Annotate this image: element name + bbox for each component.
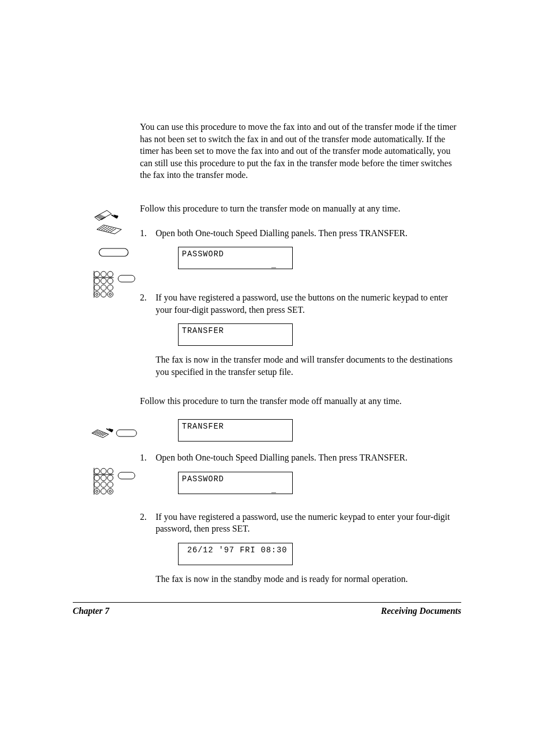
svg-point-17 bbox=[101, 271, 106, 277]
step-number: 1. bbox=[140, 452, 147, 464]
svg-rect-15 bbox=[99, 248, 128, 256]
svg-rect-58 bbox=[118, 472, 135, 479]
svg-point-21 bbox=[107, 278, 113, 284]
svg-point-49 bbox=[101, 482, 106, 487]
keypad-set-icon bbox=[92, 269, 137, 304]
step-number: 1. bbox=[140, 227, 147, 240]
svg-point-22 bbox=[94, 285, 100, 290]
svg-rect-32 bbox=[118, 275, 135, 282]
svg-point-55 bbox=[109, 490, 111, 492]
step-result: The fax is now in the transfer mode and … bbox=[156, 354, 461, 378]
panel-open-icon bbox=[92, 207, 126, 237]
page-footer: Chapter 7 Receiving Documents bbox=[73, 602, 461, 616]
keypad-set-icon-2 bbox=[92, 466, 137, 501]
intro-paragraph: You can use this procedure to move the f… bbox=[140, 121, 461, 181]
page: You can use this procedure to move the f… bbox=[0, 0, 534, 756]
lcd-display: TRANSFER bbox=[178, 419, 293, 442]
footer-title: Receiving Documents bbox=[381, 606, 461, 616]
svg-point-28 bbox=[96, 293, 98, 295]
svg-point-29 bbox=[109, 293, 111, 295]
svg-point-52 bbox=[101, 489, 106, 494]
lcd-display: PASSWORD _ bbox=[178, 472, 293, 494]
lcd-display: 26/12 '97 FRI 08:30 bbox=[178, 543, 293, 565]
svg-point-20 bbox=[101, 278, 106, 284]
on-step-2: 2. If you have registered a password, us… bbox=[140, 292, 461, 378]
section-off-intro: Follow this procedure to turn the transf… bbox=[140, 395, 461, 407]
svg-point-23 bbox=[101, 285, 106, 290]
svg-point-51 bbox=[94, 489, 100, 494]
svg-point-48 bbox=[94, 482, 100, 487]
section-on-intro: Follow this procedure to turn the transf… bbox=[140, 203, 461, 215]
on-step-1: 1. Open both One-touch Speed Dialling pa… bbox=[140, 227, 461, 270]
footer-chapter: Chapter 7 bbox=[73, 606, 109, 616]
svg-point-25 bbox=[94, 292, 100, 297]
step-text: If you have registered a password, use t… bbox=[156, 293, 448, 314]
svg-point-26 bbox=[101, 292, 106, 297]
transfer-button-icon bbox=[98, 246, 132, 262]
svg-point-16 bbox=[94, 271, 100, 277]
svg-point-45 bbox=[94, 475, 100, 481]
svg-point-18 bbox=[107, 271, 113, 277]
panel-open-transfer-icon bbox=[90, 422, 140, 449]
step-text: Open both One-touch Speed Dialling panel… bbox=[156, 228, 407, 238]
svg-point-27 bbox=[107, 292, 113, 297]
step-result: The fax is now in the standby mode and i… bbox=[156, 573, 461, 585]
step-number: 2. bbox=[140, 511, 147, 523]
step-text: If you have registered a password, use t… bbox=[156, 512, 450, 534]
step-text: Open both One-touch Speed Dialling panel… bbox=[156, 453, 407, 462]
svg-point-43 bbox=[101, 468, 106, 474]
svg-point-54 bbox=[96, 490, 98, 492]
svg-point-19 bbox=[94, 278, 100, 284]
svg-point-46 bbox=[101, 475, 106, 481]
svg-rect-41 bbox=[116, 430, 137, 436]
svg-marker-0 bbox=[97, 225, 121, 234]
svg-point-44 bbox=[107, 468, 113, 474]
lcd-display: PASSWORD _ bbox=[178, 247, 293, 269]
svg-point-53 bbox=[107, 489, 113, 494]
content-column: You can use this procedure to move the f… bbox=[140, 121, 461, 585]
footer-rule bbox=[73, 602, 461, 603]
off-step-1: 1. Open both One-touch Speed Dialling pa… bbox=[140, 452, 461, 494]
step-number: 2. bbox=[140, 292, 147, 304]
svg-point-50 bbox=[107, 482, 113, 487]
svg-point-24 bbox=[107, 285, 113, 290]
svg-point-42 bbox=[94, 468, 100, 474]
lcd-display: TRANSFER bbox=[178, 323, 293, 346]
svg-point-47 bbox=[107, 475, 113, 481]
off-step-2: 2. If you have registered a password, us… bbox=[140, 511, 461, 585]
